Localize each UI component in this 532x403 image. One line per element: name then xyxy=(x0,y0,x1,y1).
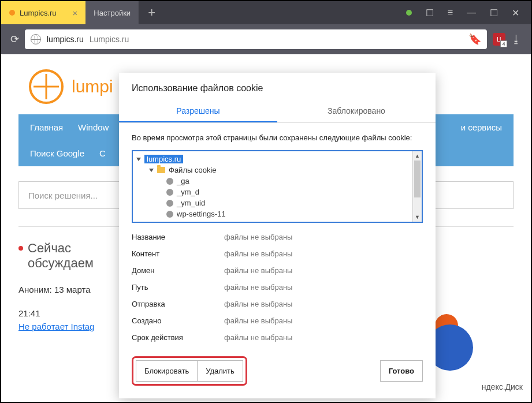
remove-button[interactable]: Удалить xyxy=(198,360,243,382)
cookie-icon xyxy=(166,200,173,207)
scrollbar[interactable]: ▲ ▼ xyxy=(412,151,422,222)
label-send: Отправка xyxy=(132,300,224,308)
dialog-description: Во время просмотра этой страницы были со… xyxy=(119,123,436,148)
tab-title: Настройки xyxy=(94,9,131,17)
tree-cookie[interactable]: _ym_d xyxy=(133,186,422,197)
nav-item[interactable]: С xyxy=(99,148,106,158)
tab-bar: Lumpics.ru × Настройки + ☐ ≡ — ☐ ✕ xyxy=(1,1,531,24)
close-window-icon[interactable]: ✕ xyxy=(512,8,519,18)
chevron-down-icon xyxy=(149,169,154,172)
feedback-icon[interactable]: ☐ xyxy=(426,8,434,18)
scroll-down-icon[interactable]: ▼ xyxy=(413,212,422,222)
value: файлы не выбраны xyxy=(224,316,292,325)
scroll-thumb[interactable] xyxy=(414,161,421,197)
nav-item[interactable]: Главная xyxy=(30,122,63,132)
tab-settings[interactable]: Настройки xyxy=(85,1,139,24)
new-tab-button[interactable]: + xyxy=(139,1,164,24)
cookie-icon xyxy=(166,211,173,218)
search-placeholder: Поиск решения... xyxy=(28,191,98,200)
menu-icon[interactable]: ≡ xyxy=(448,8,453,18)
label-name: Название xyxy=(132,233,224,241)
url-domain: lumpics.ru xyxy=(47,35,84,44)
label-domain: Домен xyxy=(132,266,224,275)
tree-folder[interactable]: Файлы cookie xyxy=(133,165,422,176)
tab-allowed[interactable]: Разрешены xyxy=(119,100,277,122)
nav-item[interactable]: и сервисы xyxy=(461,122,502,132)
folder-icon xyxy=(157,167,165,173)
minimize-icon[interactable]: — xyxy=(467,8,476,18)
value: файлы не выбраны xyxy=(224,300,292,308)
tab-title: Lumpics.ru xyxy=(20,9,57,17)
yadisk-label: ндекс.Диск xyxy=(482,382,523,391)
download-icon[interactable]: ⭳ xyxy=(511,33,522,46)
tab-active[interactable]: Lumpics.ru × xyxy=(1,1,85,24)
dialog-actions: Блокировать Удалить Готово xyxy=(119,348,436,398)
cookie-dialog: Использование файлов cookie Разрешены За… xyxy=(119,73,436,398)
extension-badge[interactable]: Ц xyxy=(493,33,505,46)
tree-cookie[interactable]: _ga xyxy=(133,176,422,186)
nav-item[interactable]: Window xyxy=(78,122,109,132)
value: файлы не выбраны xyxy=(224,283,292,292)
cookie-icon xyxy=(166,189,173,196)
scroll-up-icon[interactable]: ▲ xyxy=(413,151,422,161)
cookie-tree[interactable]: lumpics.ru Файлы cookie _ga _ym_d _ym_ui… xyxy=(132,150,423,223)
nav-item[interactable]: Поиск Google xyxy=(30,148,84,158)
label-created: Создано xyxy=(132,316,224,325)
dialog-title: Использование файлов cookie xyxy=(119,73,436,100)
tree-root[interactable]: lumpics.ru xyxy=(133,154,422,165)
favicon-icon xyxy=(9,10,15,16)
value: файлы не выбраны xyxy=(224,333,292,342)
url-title: Lumpics.ru xyxy=(90,35,129,44)
close-icon[interactable]: × xyxy=(73,8,78,18)
value: файлы не выбраны xyxy=(224,249,292,258)
bookmark-icon[interactable]: 🔖 xyxy=(468,33,481,46)
tab-blocked[interactable]: Заблокировано xyxy=(277,100,436,122)
globe-icon xyxy=(31,34,41,44)
value: файлы не выбраны xyxy=(224,266,292,275)
label-path: Путь xyxy=(132,283,224,292)
status-dot-icon xyxy=(406,10,412,16)
label-expires: Срок действия xyxy=(132,333,224,342)
tree-cookie[interactable]: wp-settings-11 xyxy=(133,208,422,219)
reload-icon[interactable]: ⟳ xyxy=(10,33,19,46)
tree-cookie[interactable]: _ym_uid xyxy=(133,197,422,208)
block-button[interactable]: Блокировать xyxy=(136,360,198,382)
label-content: Контент xyxy=(132,249,224,258)
red-dot-icon xyxy=(18,246,23,251)
title-bar-icons: ☐ ≡ — ☐ ✕ xyxy=(395,1,531,24)
address-bar: ⟳ lumpics.ru Lumpics.ru 🔖 Ц ⭳ xyxy=(1,24,531,54)
logo-text: lumpi xyxy=(72,77,113,96)
cookie-icon xyxy=(166,178,173,185)
logo-icon xyxy=(29,69,64,104)
maximize-icon[interactable]: ☐ xyxy=(490,8,498,18)
cookie-details: Названиефайлы не выбраны Контентфайлы не… xyxy=(119,223,436,348)
url-field[interactable]: lumpics.ru Lumpics.ru 🔖 xyxy=(25,29,487,49)
done-button[interactable]: Готово xyxy=(380,360,423,382)
dialog-tabs: Разрешены Заблокировано xyxy=(119,100,436,123)
annotation-highlight: Блокировать Удалить xyxy=(132,356,247,386)
value: файлы не выбраны xyxy=(224,233,292,241)
chevron-down-icon xyxy=(136,158,141,161)
